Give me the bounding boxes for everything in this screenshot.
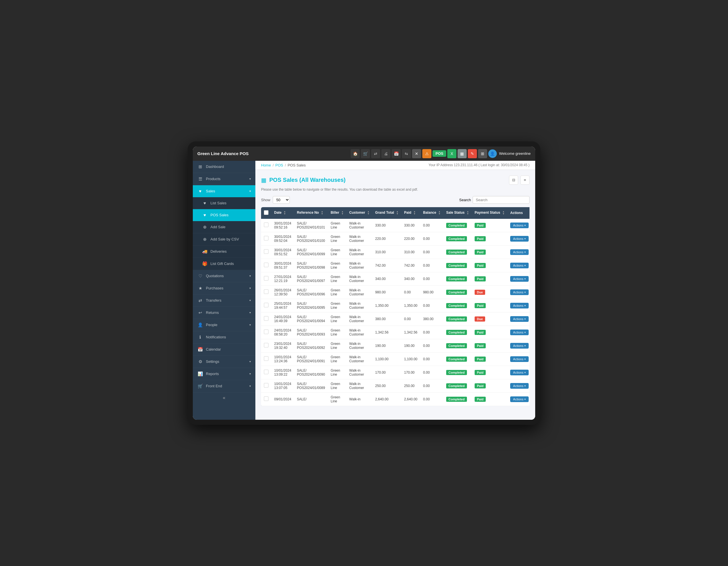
row-checkbox-cell[interactable] xyxy=(261,259,271,272)
reference-column-header[interactable]: Reference No ▲▼ xyxy=(294,207,328,219)
edit-icon[interactable]: ✎ xyxy=(468,149,477,158)
transfer-nav-icon[interactable]: ⇆ xyxy=(402,149,411,158)
date-cell: 24/01/2024 08:58:20 xyxy=(271,326,294,339)
grid-icon[interactable]: ⊞ xyxy=(478,149,487,158)
sidebar-item-products[interactable]: ☰ Products ▾ xyxy=(193,173,255,185)
sidebar-item-frontend[interactable]: 🛒 Front End ▾ xyxy=(193,380,255,393)
row-checkbox-cell[interactable] xyxy=(261,219,271,232)
sidebar-collapse-button[interactable]: « xyxy=(193,393,255,403)
paid-cell: 310.00 xyxy=(401,245,420,259)
columns-icon[interactable]: ▦ xyxy=(458,149,467,158)
payment-status-cell: Paid xyxy=(472,259,507,272)
row-checkbox-cell[interactable] xyxy=(261,352,271,366)
sidebar-item-pos-sales[interactable]: ♥ POS Sales xyxy=(193,209,255,221)
actions-button[interactable]: Actions ▾ xyxy=(510,236,529,241)
home-nav-icon[interactable]: 🏠 xyxy=(351,149,360,158)
list-view-button[interactable]: ≡ xyxy=(520,175,530,185)
payment-status-column-header[interactable]: Payment Status ▲▼ xyxy=(472,207,507,219)
caret-icon: ▾ xyxy=(524,237,526,240)
biller-column-header[interactable]: Biller ▲▼ xyxy=(328,207,346,219)
balance-cell: 0.00 xyxy=(420,366,443,379)
date-column-header[interactable]: Date ▲▼ xyxy=(271,207,294,219)
balance-column-header[interactable]: Balance ▲▼ xyxy=(420,207,443,219)
actions-button[interactable]: Actions ▾ xyxy=(510,316,529,322)
row-checkbox[interactable] xyxy=(264,303,268,307)
actions-button[interactable]: Actions ▾ xyxy=(510,290,529,295)
search-input[interactable] xyxy=(473,196,530,204)
actions-button[interactable]: Actions ▾ xyxy=(510,383,529,389)
row-checkbox[interactable] xyxy=(264,330,268,334)
row-checkbox-cell[interactable] xyxy=(261,232,271,245)
row-checkbox-cell[interactable] xyxy=(261,272,271,286)
payment-status-badge: Due xyxy=(475,290,485,295)
row-checkbox[interactable] xyxy=(264,316,268,321)
row-checkbox[interactable] xyxy=(264,356,268,361)
sidebar-item-add-sale-csv[interactable]: ⊕ Add Sale by CSV xyxy=(193,233,255,245)
actions-button[interactable]: Actions ▾ xyxy=(510,303,529,309)
row-checkbox-cell[interactable] xyxy=(261,326,271,339)
actions-button[interactable]: Actions ▾ xyxy=(510,249,529,255)
view-toggle-button[interactable]: ⊟ xyxy=(509,175,518,185)
quotations-icon: ♡ xyxy=(197,273,203,278)
close-nav-icon[interactable]: ✕ xyxy=(412,149,421,158)
actions-button[interactable]: Actions ▾ xyxy=(510,222,529,228)
sidebar-item-notifications[interactable]: ℹ Notifications xyxy=(193,331,255,344)
row-checkbox[interactable] xyxy=(264,236,268,240)
row-checkbox[interactable] xyxy=(264,262,268,267)
actions-button[interactable]: Actions ▾ xyxy=(510,262,529,268)
sidebar-item-gift-cards[interactable]: 🎁 List Gift Cards xyxy=(193,258,255,270)
row-checkbox-cell[interactable] xyxy=(261,299,271,312)
chevron-down-icon: ▾ xyxy=(249,274,251,277)
row-checkbox[interactable] xyxy=(264,276,268,280)
sidebar-item-add-sale[interactable]: ⊕ Add Sale xyxy=(193,221,255,233)
sidebar-item-reports[interactable]: 📊 Reports ▾ xyxy=(193,368,255,380)
excel-icon[interactable]: X xyxy=(447,149,456,158)
actions-button[interactable]: Actions ▾ xyxy=(510,276,529,282)
row-checkbox[interactable] xyxy=(264,290,268,294)
breadcrumb-pos[interactable]: POS xyxy=(275,163,283,167)
paid-column-header[interactable]: Paid ▲▼ xyxy=(401,207,420,219)
sale-status-column-header[interactable]: Sale Status ▲▼ xyxy=(443,207,472,219)
row-checkbox-cell[interactable] xyxy=(261,366,271,379)
alert-icon[interactable]: ⚠ xyxy=(422,149,431,158)
actions-button[interactable]: Actions ▾ xyxy=(510,330,529,335)
row-checkbox[interactable] xyxy=(264,396,268,401)
sidebar-item-transfers[interactable]: ⇄ Transfers ▾ xyxy=(193,295,255,307)
sidebar-item-calendar[interactable]: 📅 Calendar xyxy=(193,344,255,356)
row-checkbox-cell[interactable] xyxy=(261,312,271,326)
actions-button[interactable]: Actions ▾ xyxy=(510,356,529,362)
sidebar-item-quotations[interactable]: ♡ Quotations ▾ xyxy=(193,270,255,282)
grand-total-column-header[interactable]: Grand Total ▲▼ xyxy=(372,207,401,219)
select-all-header[interactable] xyxy=(261,207,271,219)
calendar-nav-icon[interactable]: 📅 xyxy=(392,149,401,158)
payment-status-cell: Paid xyxy=(472,379,507,393)
row-checkbox-cell[interactable] xyxy=(261,339,271,352)
receipt-nav-icon[interactable]: 🖨 xyxy=(381,149,390,158)
sidebar-item-deliveries[interactable]: 🚚 Deliveries xyxy=(193,245,255,258)
sidebar-item-dashboard[interactable]: ⊞ Dashboard xyxy=(193,161,255,173)
sidebar-item-returns[interactable]: ↩ Returns ▾ xyxy=(193,307,255,319)
sidebar-item-purchases[interactable]: ★ Purchases ▾ xyxy=(193,282,255,295)
row-checkbox[interactable] xyxy=(264,370,268,374)
sidebar-item-people[interactable]: 👤 People ▾ xyxy=(193,319,255,331)
show-select[interactable]: 50 25 10 100 xyxy=(273,196,290,204)
actions-button[interactable]: Actions ▾ xyxy=(510,396,529,402)
row-checkbox-cell[interactable] xyxy=(261,286,271,299)
select-all-checkbox[interactable] xyxy=(264,210,268,215)
sidebar-item-sales[interactable]: ♥ Sales ▾ xyxy=(193,185,255,197)
row-checkbox[interactable] xyxy=(264,249,268,254)
row-checkbox[interactable] xyxy=(264,222,268,227)
sidebar-item-list-sales[interactable]: ♥ List Sales xyxy=(193,197,255,209)
sidebar-item-settings[interactable]: ⚙ Settings ▾ xyxy=(193,356,255,368)
row-checkbox-cell[interactable] xyxy=(261,245,271,259)
actions-button[interactable]: Actions ▾ xyxy=(510,370,529,375)
customer-column-header[interactable]: Customer ▲▼ xyxy=(346,207,372,219)
share-nav-icon[interactable]: ⇄ xyxy=(371,149,380,158)
row-checkbox[interactable] xyxy=(264,343,268,348)
actions-button[interactable]: Actions ▾ xyxy=(510,343,529,349)
row-checkbox-cell[interactable] xyxy=(261,393,271,406)
cart-nav-icon[interactable]: 🛒 xyxy=(361,149,370,158)
breadcrumb-home[interactable]: Home xyxy=(261,163,271,167)
row-checkbox[interactable] xyxy=(264,383,268,388)
row-checkbox-cell[interactable] xyxy=(261,379,271,393)
